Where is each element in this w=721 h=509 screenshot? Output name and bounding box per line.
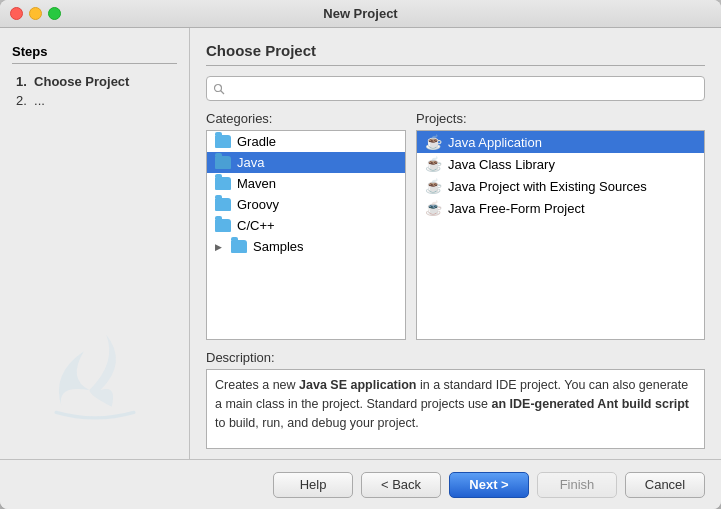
category-groovy[interactable]: Groovy xyxy=(207,194,405,215)
categories-panel: Categories: Gradle Java xyxy=(206,111,406,340)
help-button[interactable]: Help xyxy=(273,472,353,498)
description-label: Description: xyxy=(206,350,705,365)
cancel-button[interactable]: Cancel xyxy=(625,472,705,498)
java-icon: ☕ xyxy=(425,156,442,172)
projects-list: ☕ Java Application ☕ Java Class Library … xyxy=(416,130,705,340)
category-java[interactable]: Java xyxy=(207,152,405,173)
footer: Help < Back Next > Finish Cancel xyxy=(0,459,721,509)
folder-icon xyxy=(215,177,231,190)
section-title: Choose Project xyxy=(206,42,705,66)
category-samples[interactable]: ▶ Samples xyxy=(207,236,405,257)
categories-label: Categories: xyxy=(206,111,406,126)
titlebar: New Project xyxy=(0,0,721,28)
folder-icon xyxy=(215,219,231,232)
projects-panel: Projects: ☕ Java Application ☕ Java Clas… xyxy=(416,111,705,340)
close-button[interactable] xyxy=(10,7,23,20)
project-java-app[interactable]: ☕ Java Application xyxy=(417,131,704,153)
categories-list: Gradle Java Maven xyxy=(206,130,406,340)
sidebar: Steps 1. Choose Project 2. ... xyxy=(0,28,190,459)
java-icon: ☕ xyxy=(425,178,442,194)
steps-title: Steps xyxy=(12,44,177,64)
finish-button[interactable]: Finish xyxy=(537,472,617,498)
project-java-freeform[interactable]: ☕ Java Free-Form Project xyxy=(417,197,704,219)
project-java-class-lib[interactable]: ☕ Java Class Library xyxy=(417,153,704,175)
window-controls xyxy=(10,7,61,20)
folder-icon xyxy=(215,198,231,211)
back-button[interactable]: < Back xyxy=(361,472,441,498)
category-maven[interactable]: Maven xyxy=(207,173,405,194)
java-icon: ☕ xyxy=(425,134,442,150)
folder-icon xyxy=(215,156,231,169)
projects-label: Projects: xyxy=(416,111,705,126)
window-title: New Project xyxy=(323,6,397,21)
description-box: Creates a new Java SE application in a s… xyxy=(206,369,705,449)
two-panel: Categories: Gradle Java xyxy=(206,111,705,340)
folder-icon xyxy=(231,240,247,253)
minimize-button[interactable] xyxy=(29,7,42,20)
category-cpp[interactable]: C/C++ xyxy=(207,215,405,236)
step-1: 1. Choose Project xyxy=(12,74,177,89)
maximize-button[interactable] xyxy=(48,7,61,20)
category-gradle[interactable]: Gradle xyxy=(207,131,405,152)
step-2: 2. ... xyxy=(12,93,177,108)
java-pink-icon: ☕ xyxy=(425,200,442,216)
description-section: Description: Creates a new Java SE appli… xyxy=(206,350,705,449)
expand-arrow-icon: ▶ xyxy=(215,242,225,252)
next-button[interactable]: Next > xyxy=(449,472,529,498)
search-input[interactable] xyxy=(206,76,705,101)
search-container xyxy=(206,76,705,111)
folder-icon xyxy=(215,135,231,148)
main-content: Choose Project Categories: Gradle xyxy=(190,28,721,459)
window: New Project Steps 1. Choose Project 2. .… xyxy=(0,0,721,509)
watermark xyxy=(0,319,189,439)
project-java-existing[interactable]: ☕ Java Project with Existing Sources xyxy=(417,175,704,197)
window-body: Steps 1. Choose Project 2. ... Choose Pr… xyxy=(0,28,721,459)
